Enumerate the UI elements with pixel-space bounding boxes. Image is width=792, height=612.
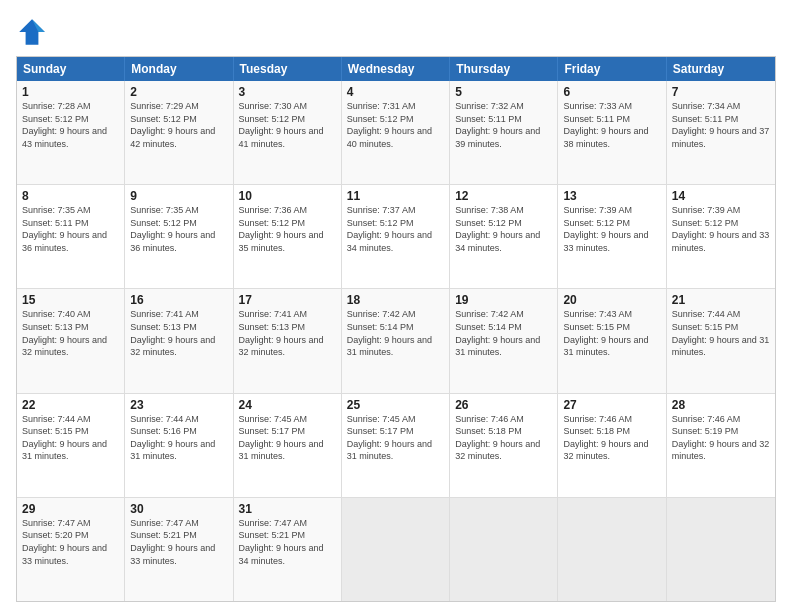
day-header-saturday: Saturday: [667, 57, 775, 81]
day-number: 16: [130, 293, 227, 307]
cell-info: Sunrise: 7:45 AMSunset: 5:17 PMDaylight:…: [347, 413, 444, 463]
week-row-5: 29 Sunrise: 7:47 AMSunset: 5:20 PMDaylig…: [17, 497, 775, 601]
day-cell-12: 12 Sunrise: 7:38 AMSunset: 5:12 PMDaylig…: [450, 185, 558, 288]
day-cell-23: 23 Sunrise: 7:44 AMSunset: 5:16 PMDaylig…: [125, 394, 233, 497]
day-cell-24: 24 Sunrise: 7:45 AMSunset: 5:17 PMDaylig…: [234, 394, 342, 497]
cell-info: Sunrise: 7:46 AMSunset: 5:19 PMDaylight:…: [672, 413, 770, 463]
day-cell-19: 19 Sunrise: 7:42 AMSunset: 5:14 PMDaylig…: [450, 289, 558, 392]
day-number: 10: [239, 189, 336, 203]
cell-info: Sunrise: 7:44 AMSunset: 5:15 PMDaylight:…: [22, 413, 119, 463]
day-number: 3: [239, 85, 336, 99]
day-number: 20: [563, 293, 660, 307]
cell-info: Sunrise: 7:30 AMSunset: 5:12 PMDaylight:…: [239, 100, 336, 150]
day-number: 26: [455, 398, 552, 412]
week-row-3: 15 Sunrise: 7:40 AMSunset: 5:13 PMDaylig…: [17, 288, 775, 392]
day-cell-7: 7 Sunrise: 7:34 AMSunset: 5:11 PMDayligh…: [667, 81, 775, 184]
day-number: 27: [563, 398, 660, 412]
day-cell-5: 5 Sunrise: 7:32 AMSunset: 5:11 PMDayligh…: [450, 81, 558, 184]
cell-info: Sunrise: 7:28 AMSunset: 5:12 PMDaylight:…: [22, 100, 119, 150]
day-cell-25: 25 Sunrise: 7:45 AMSunset: 5:17 PMDaylig…: [342, 394, 450, 497]
cell-info: Sunrise: 7:37 AMSunset: 5:12 PMDaylight:…: [347, 204, 444, 254]
cell-info: Sunrise: 7:35 AMSunset: 5:12 PMDaylight:…: [130, 204, 227, 254]
cell-info: Sunrise: 7:42 AMSunset: 5:14 PMDaylight:…: [347, 308, 444, 358]
day-header-monday: Monday: [125, 57, 233, 81]
empty-cell: [667, 498, 775, 601]
empty-cell: [450, 498, 558, 601]
day-cell-1: 1 Sunrise: 7:28 AMSunset: 5:12 PMDayligh…: [17, 81, 125, 184]
day-header-thursday: Thursday: [450, 57, 558, 81]
cell-info: Sunrise: 7:44 AMSunset: 5:16 PMDaylight:…: [130, 413, 227, 463]
day-cell-18: 18 Sunrise: 7:42 AMSunset: 5:14 PMDaylig…: [342, 289, 450, 392]
cell-info: Sunrise: 7:47 AMSunset: 5:21 PMDaylight:…: [130, 517, 227, 567]
cell-info: Sunrise: 7:41 AMSunset: 5:13 PMDaylight:…: [239, 308, 336, 358]
cell-info: Sunrise: 7:46 AMSunset: 5:18 PMDaylight:…: [563, 413, 660, 463]
day-header-wednesday: Wednesday: [342, 57, 450, 81]
day-number: 19: [455, 293, 552, 307]
day-number: 25: [347, 398, 444, 412]
day-number: 31: [239, 502, 336, 516]
week-row-2: 8 Sunrise: 7:35 AMSunset: 5:11 PMDayligh…: [17, 184, 775, 288]
cell-info: Sunrise: 7:38 AMSunset: 5:12 PMDaylight:…: [455, 204, 552, 254]
day-cell-26: 26 Sunrise: 7:46 AMSunset: 5:18 PMDaylig…: [450, 394, 558, 497]
cell-info: Sunrise: 7:46 AMSunset: 5:18 PMDaylight:…: [455, 413, 552, 463]
cell-info: Sunrise: 7:36 AMSunset: 5:12 PMDaylight:…: [239, 204, 336, 254]
cell-info: Sunrise: 7:33 AMSunset: 5:11 PMDaylight:…: [563, 100, 660, 150]
day-cell-15: 15 Sunrise: 7:40 AMSunset: 5:13 PMDaylig…: [17, 289, 125, 392]
day-number: 18: [347, 293, 444, 307]
cell-info: Sunrise: 7:32 AMSunset: 5:11 PMDaylight:…: [455, 100, 552, 150]
day-cell-17: 17 Sunrise: 7:41 AMSunset: 5:13 PMDaylig…: [234, 289, 342, 392]
day-cell-11: 11 Sunrise: 7:37 AMSunset: 5:12 PMDaylig…: [342, 185, 450, 288]
day-number: 9: [130, 189, 227, 203]
day-number: 8: [22, 189, 119, 203]
calendar-body: 1 Sunrise: 7:28 AMSunset: 5:12 PMDayligh…: [17, 81, 775, 601]
day-cell-2: 2 Sunrise: 7:29 AMSunset: 5:12 PMDayligh…: [125, 81, 233, 184]
cell-info: Sunrise: 7:29 AMSunset: 5:12 PMDaylight:…: [130, 100, 227, 150]
day-cell-28: 28 Sunrise: 7:46 AMSunset: 5:19 PMDaylig…: [667, 394, 775, 497]
day-cell-8: 8 Sunrise: 7:35 AMSunset: 5:11 PMDayligh…: [17, 185, 125, 288]
empty-cell: [558, 498, 666, 601]
day-header-sunday: Sunday: [17, 57, 125, 81]
day-number: 2: [130, 85, 227, 99]
day-cell-4: 4 Sunrise: 7:31 AMSunset: 5:12 PMDayligh…: [342, 81, 450, 184]
day-header-friday: Friday: [558, 57, 666, 81]
day-number: 22: [22, 398, 119, 412]
day-number: 30: [130, 502, 227, 516]
cell-info: Sunrise: 7:34 AMSunset: 5:11 PMDaylight:…: [672, 100, 770, 150]
cell-info: Sunrise: 7:47 AMSunset: 5:20 PMDaylight:…: [22, 517, 119, 567]
day-cell-14: 14 Sunrise: 7:39 AMSunset: 5:12 PMDaylig…: [667, 185, 775, 288]
day-number: 28: [672, 398, 770, 412]
day-number: 21: [672, 293, 770, 307]
day-number: 4: [347, 85, 444, 99]
day-cell-29: 29 Sunrise: 7:47 AMSunset: 5:20 PMDaylig…: [17, 498, 125, 601]
week-row-4: 22 Sunrise: 7:44 AMSunset: 5:15 PMDaylig…: [17, 393, 775, 497]
day-cell-3: 3 Sunrise: 7:30 AMSunset: 5:12 PMDayligh…: [234, 81, 342, 184]
day-number: 29: [22, 502, 119, 516]
header: [16, 16, 776, 48]
calendar: SundayMondayTuesdayWednesdayThursdayFrid…: [16, 56, 776, 602]
day-number: 7: [672, 85, 770, 99]
week-row-1: 1 Sunrise: 7:28 AMSunset: 5:12 PMDayligh…: [17, 81, 775, 184]
day-cell-20: 20 Sunrise: 7:43 AMSunset: 5:15 PMDaylig…: [558, 289, 666, 392]
day-number: 24: [239, 398, 336, 412]
day-cell-13: 13 Sunrise: 7:39 AMSunset: 5:12 PMDaylig…: [558, 185, 666, 288]
day-number: 5: [455, 85, 552, 99]
day-number: 1: [22, 85, 119, 99]
day-cell-22: 22 Sunrise: 7:44 AMSunset: 5:15 PMDaylig…: [17, 394, 125, 497]
day-cell-30: 30 Sunrise: 7:47 AMSunset: 5:21 PMDaylig…: [125, 498, 233, 601]
day-number: 12: [455, 189, 552, 203]
day-number: 6: [563, 85, 660, 99]
day-number: 23: [130, 398, 227, 412]
cell-info: Sunrise: 7:35 AMSunset: 5:11 PMDaylight:…: [22, 204, 119, 254]
day-cell-9: 9 Sunrise: 7:35 AMSunset: 5:12 PMDayligh…: [125, 185, 233, 288]
day-number: 11: [347, 189, 444, 203]
day-header-tuesday: Tuesday: [234, 57, 342, 81]
cell-info: Sunrise: 7:31 AMSunset: 5:12 PMDaylight:…: [347, 100, 444, 150]
day-number: 15: [22, 293, 119, 307]
day-cell-16: 16 Sunrise: 7:41 AMSunset: 5:13 PMDaylig…: [125, 289, 233, 392]
cell-info: Sunrise: 7:39 AMSunset: 5:12 PMDaylight:…: [672, 204, 770, 254]
cell-info: Sunrise: 7:44 AMSunset: 5:15 PMDaylight:…: [672, 308, 770, 358]
day-number: 17: [239, 293, 336, 307]
day-cell-31: 31 Sunrise: 7:47 AMSunset: 5:21 PMDaylig…: [234, 498, 342, 601]
cell-info: Sunrise: 7:42 AMSunset: 5:14 PMDaylight:…: [455, 308, 552, 358]
day-cell-27: 27 Sunrise: 7:46 AMSunset: 5:18 PMDaylig…: [558, 394, 666, 497]
